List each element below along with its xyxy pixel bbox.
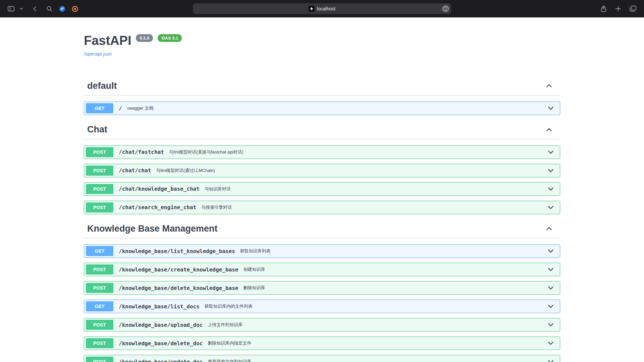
endpoint-row[interactable]: GET /knowledge_base/list_knowledge_bases… <box>84 244 560 258</box>
site-favicon <box>309 6 315 12</box>
endpoint-row[interactable]: POST /knowledge_base/update_doc 更新现有文件到知… <box>84 355 560 362</box>
endpoint-path: /chat/search_engine_chat <box>119 204 196 210</box>
api-section: Chat POST /chat/fastchat 与llm模型对话(直接与fas… <box>84 120 560 214</box>
endpoint-row[interactable]: GET / swagger 文档 <box>84 102 560 115</box>
expand-endpoint-button[interactable] <box>547 358 558 362</box>
expand-endpoint-button[interactable] <box>547 167 558 174</box>
api-section: Knowledge Base Management GET /knowledge… <box>84 219 560 362</box>
collapse-section-button[interactable] <box>545 82 553 89</box>
chevron-down-icon <box>547 303 554 310</box>
method-badge: POST <box>86 264 113 275</box>
extension-button-orange[interactable] <box>70 4 80 14</box>
expand-endpoint-button[interactable] <box>547 284 558 292</box>
api-info: FastAPI 0.1.0 OAS 3.1 /openapi.json <box>84 17 560 57</box>
endpoint-row[interactable]: POST /chat/search_engine_chat 与搜索引擎对话 <box>84 201 560 214</box>
chevron-down-icon <box>547 148 554 156</box>
endpoint-list: GET / swagger 文档 <box>84 96 560 115</box>
endpoint-summary: 上传文件到知识库 <box>208 322 243 328</box>
sections-container: default GET / swagger 文档 Chat <box>84 76 560 362</box>
expand-endpoint-button[interactable] <box>547 185 558 193</box>
endpoint-path: / <box>119 105 122 112</box>
share-button[interactable] <box>598 4 608 14</box>
method-badge: POST <box>86 320 113 330</box>
chevron-down-icon <box>547 340 554 347</box>
endpoint-list: POST /chat/fastchat 与llm模型对话(直接与fastchat… <box>84 139 560 214</box>
method-badge: POST <box>86 202 113 213</box>
endpoint-summary: 创建知识库 <box>243 266 265 273</box>
endpoint-row[interactable]: POST /knowledge_base/upload_doc 上传文件到知识库 <box>84 318 560 331</box>
endpoint-row[interactable]: POST /chat/chat 与llm模型对话(通过LLMChain) <box>84 164 560 177</box>
oas-badge: OAS 3.1 <box>158 34 182 42</box>
new-tab-button[interactable] <box>613 4 623 14</box>
endpoint-row[interactable]: POST /knowledge_base/delete_doc 删除知识库内指定… <box>84 337 560 350</box>
endpoint-row[interactable]: POST /knowledge_base/create_knowledge_ba… <box>84 263 560 276</box>
endpoint-row[interactable]: POST /knowledge_base/delete_knowledge_ba… <box>84 281 560 295</box>
ellipsis-icon <box>443 8 448 9</box>
endpoint-summary: 获取知识库内的文件列表 <box>205 303 253 309</box>
page-more-button[interactable] <box>442 5 449 12</box>
section-title: Knowledge Base Management <box>87 223 218 234</box>
tab-overview-icon <box>630 6 636 12</box>
sidebar-menu-button[interactable] <box>19 4 23 14</box>
endpoint-row[interactable]: POST /chat/fastchat 与llm模型对话(直接与fastchat… <box>84 145 560 159</box>
api-section: default GET / swagger 文档 <box>84 76 560 115</box>
method-badge: POST <box>86 184 113 194</box>
chevron-down-icon <box>547 266 554 273</box>
section-header[interactable]: Knowledge Base Management <box>84 219 560 238</box>
endpoint-path: /chat/fastchat <box>119 149 164 155</box>
sidebar-toggle-button[interactable] <box>6 4 16 14</box>
expand-endpoint-button[interactable] <box>547 303 558 310</box>
expand-endpoint-button[interactable] <box>547 321 558 328</box>
endpoint-row[interactable]: POST /chat/knowledge_base_chat 与知识库对话 <box>84 182 560 196</box>
plus-icon <box>615 6 621 11</box>
endpoint-summary: 获取知识库列表 <box>240 248 271 254</box>
endpoint-list: GET /knowledge_base/list_knowledge_bases… <box>84 238 560 362</box>
version-badge: 0.1.0 <box>136 34 153 42</box>
openapi-spec-link[interactable]: /openapi.json <box>84 51 112 57</box>
chevron-down-icon <box>547 247 554 255</box>
address-bar[interactable]: localhost <box>193 3 451 14</box>
search-button[interactable] <box>44 4 54 14</box>
endpoint-summary: swagger 文档 <box>127 105 154 111</box>
swagger-page: FastAPI 0.1.0 OAS 3.1 /openapi.json defa… <box>0 17 644 362</box>
api-title-text: FastAPI <box>84 34 131 48</box>
extension-icon-blue <box>59 5 66 12</box>
chevron-down-icon <box>547 105 554 112</box>
chevron-up-icon <box>545 82 553 89</box>
method-badge: POST <box>86 357 113 362</box>
search-icon <box>46 6 52 12</box>
endpoint-summary: 与llm模型对话(通过LLMChain) <box>156 168 215 174</box>
method-badge: POST <box>86 338 113 348</box>
chevron-down-icon <box>547 167 554 174</box>
extension-icon-orange <box>71 5 78 12</box>
method-badge: GET <box>86 246 113 256</box>
collapse-section-button[interactable] <box>545 225 553 232</box>
endpoint-summary: 与llm模型对话(直接与fastchat api对话) <box>169 149 244 155</box>
back-button[interactable] <box>30 4 40 14</box>
endpoint-row[interactable]: GET /knowledge_base/list_docs 获取知识库内的文件列… <box>84 300 560 313</box>
collapse-section-button[interactable] <box>545 126 553 133</box>
endpoint-summary: 删除知识库内指定文件 <box>208 340 251 346</box>
tab-overview-button[interactable] <box>628 4 638 14</box>
expand-endpoint-button[interactable] <box>547 340 558 347</box>
expand-endpoint-button[interactable] <box>547 247 558 255</box>
section-title: Chat <box>87 124 107 135</box>
endpoint-path: /knowledge_base/list_knowledge_bases <box>119 248 235 254</box>
method-badge: GET <box>86 301 113 311</box>
chevron-down-icon <box>547 321 554 328</box>
expand-endpoint-button[interactable] <box>547 204 558 211</box>
expand-endpoint-button[interactable] <box>547 148 558 156</box>
endpoint-path: /knowledge_base/create_knowledge_base <box>119 266 238 273</box>
endpoint-path: /knowledge_base/update_doc <box>119 359 203 362</box>
endpoint-path: /knowledge_base/list_docs <box>119 303 200 310</box>
expand-endpoint-button[interactable] <box>547 266 558 273</box>
section-header[interactable]: default <box>84 76 560 96</box>
chevron-up-icon <box>545 225 553 232</box>
chevron-down-icon <box>547 204 554 211</box>
extension-button-blue[interactable] <box>57 4 67 14</box>
expand-endpoint-button[interactable] <box>547 105 558 112</box>
endpoint-path: /knowledge_base/delete_doc <box>119 340 203 347</box>
chevron-up-icon <box>545 126 553 133</box>
section-header[interactable]: Chat <box>84 120 560 139</box>
endpoint-summary: 更新现有文件到知识库 <box>208 359 251 362</box>
